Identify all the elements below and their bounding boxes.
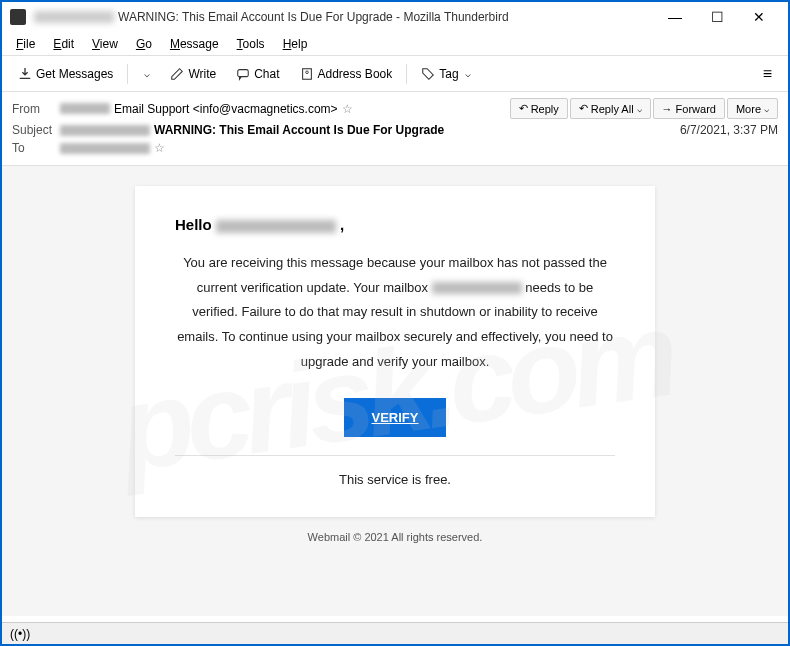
to-label: To xyxy=(12,141,60,155)
close-button[interactable]: ✕ xyxy=(738,3,780,31)
redacted-title-prefix xyxy=(34,11,114,23)
address-book-icon xyxy=(300,67,314,81)
free-service-text: This service is free. xyxy=(175,472,615,487)
titlebar: WARNING: This Email Account Is Due For U… xyxy=(2,2,788,32)
reply-button[interactable]: ↶Reply xyxy=(510,98,568,119)
address-book-label: Address Book xyxy=(318,67,393,81)
menu-tools[interactable]: Tools xyxy=(229,35,273,53)
menu-help[interactable]: Help xyxy=(275,35,316,53)
minimize-button[interactable]: — xyxy=(654,3,696,31)
title-text: WARNING: This Email Account Is Due For U… xyxy=(118,10,509,24)
redacted-recipient xyxy=(216,220,336,233)
reply-label: Reply xyxy=(531,103,559,115)
subject-value: WARNING: This Email Account Is Due For U… xyxy=(154,123,444,137)
app-icon xyxy=(10,9,26,25)
redacted-to-value xyxy=(60,143,150,154)
chevron-down-icon: ⌵ xyxy=(637,104,642,114)
menu-go[interactable]: Go xyxy=(128,35,160,53)
menu-edit[interactable]: Edit xyxy=(45,35,82,53)
svg-point-2 xyxy=(305,70,308,73)
get-messages-label: Get Messages xyxy=(36,67,113,81)
reply-icon: ↶ xyxy=(519,102,528,115)
body-paragraph: You are receiving this message because y… xyxy=(175,251,615,374)
redacted-subject-prefix xyxy=(60,125,150,136)
get-messages-dropdown[interactable]: ⌵ xyxy=(134,64,158,83)
separator xyxy=(406,64,407,84)
address-book-button[interactable]: Address Book xyxy=(292,63,401,85)
divider xyxy=(175,455,615,456)
email-content-card: Hello , You are receiving this message b… xyxy=(135,186,655,517)
star-icon[interactable]: ☆ xyxy=(154,141,165,155)
verify-button[interactable]: VERIFY xyxy=(344,398,447,437)
forward-icon: → xyxy=(662,103,673,115)
more-label: More xyxy=(736,103,761,115)
chevron-down-icon: ⌵ xyxy=(144,68,150,79)
reply-all-icon: ↶ xyxy=(579,102,588,115)
svg-rect-0 xyxy=(238,69,249,76)
write-button[interactable]: Write xyxy=(162,63,224,85)
date-value: 6/7/2021, 3:37 PM xyxy=(680,123,778,137)
more-button[interactable]: More⌵ xyxy=(727,98,778,119)
from-value: Email Support <info@vacmagnetics.com> xyxy=(114,102,338,116)
statusbar: ((•)) xyxy=(2,622,788,644)
reply-all-button[interactable]: ↶Reply All⌵ xyxy=(570,98,651,119)
menu-view[interactable]: View xyxy=(84,35,126,53)
message-body: pcrisk.com Hello , You are receiving thi… xyxy=(2,166,788,616)
tag-icon xyxy=(421,67,435,81)
chat-label: Chat xyxy=(254,67,279,81)
write-label: Write xyxy=(188,67,216,81)
separator xyxy=(127,64,128,84)
message-headers: From Email Support <info@vacmagnetics.co… xyxy=(2,92,788,166)
star-icon[interactable]: ☆ xyxy=(342,102,353,116)
chevron-down-icon: ⌵ xyxy=(465,68,471,79)
pencil-icon xyxy=(170,67,184,81)
menu-message[interactable]: Message xyxy=(162,35,227,53)
menu-file[interactable]: File xyxy=(8,35,43,53)
menubar: File Edit View Go Message Tools Help xyxy=(2,32,788,56)
redacted-mailbox xyxy=(432,282,522,294)
window-controls: — ☐ ✕ xyxy=(654,3,780,31)
download-icon xyxy=(18,67,32,81)
forward-label: Forward xyxy=(676,103,716,115)
reply-all-label: Reply All xyxy=(591,103,634,115)
redacted-from-prefix xyxy=(60,103,110,114)
footer-text: Webmail © 2021 All rights reserved. xyxy=(2,517,788,557)
forward-button[interactable]: →Forward xyxy=(653,98,725,119)
get-messages-button[interactable]: Get Messages xyxy=(10,63,121,85)
from-label: From xyxy=(12,102,60,116)
hello-text: Hello xyxy=(175,216,212,233)
app-menu-button[interactable]: ≡ xyxy=(755,61,780,87)
online-status-icon[interactable]: ((•)) xyxy=(10,627,30,641)
greeting: Hello , xyxy=(175,216,615,233)
toolbar: Get Messages ⌵ Write Chat Address Book T… xyxy=(2,56,788,92)
maximize-button[interactable]: ☐ xyxy=(696,3,738,31)
chevron-down-icon: ⌵ xyxy=(764,104,769,114)
tag-button[interactable]: Tag ⌵ xyxy=(413,63,478,85)
subject-label: Subject xyxy=(12,123,60,137)
window-title: WARNING: This Email Account Is Due For U… xyxy=(34,10,654,24)
chat-button[interactable]: Chat xyxy=(228,63,287,85)
chat-icon xyxy=(236,67,250,81)
tag-label: Tag xyxy=(439,67,458,81)
